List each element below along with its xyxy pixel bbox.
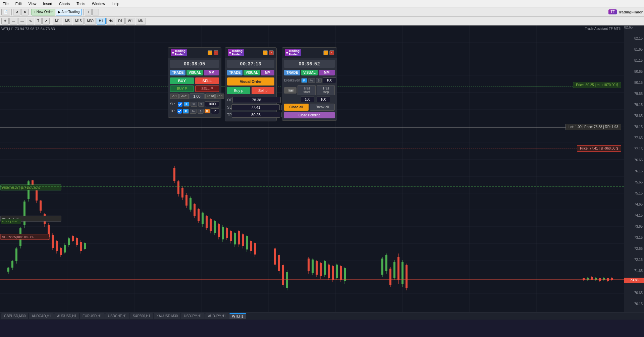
panel1-sell-btn[interactable]: SELL [195, 77, 219, 84]
tab-gbpusd-m30[interactable]: GBPUSD,M30 [1, 313, 28, 319]
panel3-trail-val[interactable] [301, 97, 314, 102]
panel3-trail-start-val[interactable] [317, 97, 330, 102]
panel1-buy-pending-btn[interactable]: BUY-P [170, 86, 194, 92]
panel1-lot-minus01[interactable]: -0.1 [170, 94, 179, 99]
zoom-in-btn[interactable]: + [85, 9, 92, 15]
panel2-sl-value[interactable] [231, 104, 280, 110]
tf-m30[interactable]: M30 [85, 18, 96, 24]
tab-sp500-h1[interactable]: S&P500,H1 [130, 313, 153, 319]
tab-wti-h1[interactable]: WTI,H1 [229, 313, 246, 319]
menu-view[interactable]: View [27, 2, 38, 6]
panel3-trail-start-btn[interactable]: Trail start [298, 85, 316, 95]
tf-h1[interactable]: H1 [97, 18, 106, 24]
panel1-close[interactable]: × [214, 50, 218, 55]
redo-btn[interactable]: ↻ [21, 9, 29, 15]
tf-m5[interactable]: M5 [63, 18, 72, 24]
panel2-sell-p-btn[interactable]: Sell p [252, 87, 275, 94]
panel1-tp-r-btn[interactable]: R [205, 109, 210, 113]
text-btn[interactable]: T [35, 18, 42, 24]
panel1-lot-plus01[interactable]: +0.1 [215, 94, 225, 99]
line-btn[interactable]: — [9, 18, 17, 24]
panel3-be-mode-p[interactable]: P [301, 78, 307, 83]
tf-d1[interactable]: D1 [116, 18, 125, 24]
panel2-header[interactable]: ■ TradingFinder − × [225, 48, 276, 58]
panel3-tab-mm[interactable]: MM [319, 70, 335, 75]
panel3-trail-step-btn[interactable]: Trail step [317, 85, 335, 95]
tab-audcad-h1[interactable]: AUDCAD,H1 [29, 313, 54, 319]
panel3-minimize[interactable]: − [323, 50, 328, 55]
panel1-sl-mode-dollar[interactable]: $ [198, 102, 204, 107]
panel2-buy-p-btn[interactable]: Buy p [227, 87, 250, 94]
trade-panel-3: ■ TradingFinder − × 00:36:52 TRADE VISUA… [282, 47, 337, 121]
tf-mn[interactable]: MN [136, 18, 146, 24]
tab-audusd-h1[interactable]: AUDUSD,H1 [54, 313, 79, 319]
panel3-trail-btn[interactable]: Trail [284, 87, 297, 94]
panel1-tab-mm[interactable]: MM [204, 70, 219, 75]
tab-eurusd-h1[interactable]: EURUSD,H1 [80, 313, 105, 319]
panel3-be-value[interactable] [323, 77, 336, 83]
svg-rect-100 [242, 234, 244, 246]
hline-btn[interactable]: ― [18, 18, 26, 24]
panel1-tab-trade[interactable]: TRADE [170, 70, 185, 75]
panel1-tp-checkbox[interactable] [177, 109, 182, 114]
panel3-close[interactable]: × [329, 50, 334, 55]
panel2-tab-trade[interactable]: TRADE [227, 70, 243, 75]
tab-xauusd-m30[interactable]: XAUUSD,M30 [154, 313, 180, 319]
panel1-sl-value[interactable] [205, 101, 219, 107]
auto-trading-button[interactable]: ▶ AutoTrading [56, 9, 82, 15]
new-chart-btn[interactable]: 📄 [1, 9, 10, 15]
tf-logo-1: ■ TradingFinder [171, 49, 187, 56]
tf-h4[interactable]: H4 [106, 18, 115, 24]
panel2-minimize[interactable]: − [263, 50, 268, 55]
panel2-tab-mm[interactable]: MM [261, 70, 274, 75]
tf-w1[interactable]: W1 [125, 18, 135, 24]
panel1-header[interactable]: ■ TradingFinder − × [168, 48, 221, 58]
tab-usdjpy-h1[interactable]: USDJPY,H1 [181, 313, 205, 319]
svg-rect-68 [177, 181, 179, 194]
panel1-buy-btn[interactable]: BUY [170, 77, 194, 84]
menu-insert[interactable]: Insert [42, 2, 54, 6]
panel1-tp-mode-dollar[interactable]: $ [198, 109, 203, 114]
panel2-tp-value[interactable] [232, 112, 280, 118]
panel1-tp-mode-pct[interactable]: % [190, 109, 197, 114]
panel3-close-all-btn[interactable]: Close all [284, 104, 309, 111]
menu-help[interactable]: Help [110, 2, 121, 6]
tab-audjpy-h1[interactable]: AUDJPY,H1 [205, 313, 229, 319]
panel1-sl-mode-pct[interactable]: % [191, 102, 197, 107]
new-order-button[interactable]: + New Order [32, 9, 55, 15]
menu-tools[interactable]: Tools [75, 2, 87, 6]
panel3-close-pending-btn[interactable]: Close Pending [284, 112, 335, 118]
panel1-minimize[interactable]: − [208, 50, 212, 55]
panel1-tp-mode-p[interactable]: P [183, 109, 189, 114]
menu-charts[interactable]: Charts [58, 2, 71, 6]
zoom-out-btn[interactable]: − [92, 9, 99, 15]
tab-usdchf-h1[interactable]: USDCHF,H1 [105, 313, 129, 319]
panel3-break-all-btn[interactable]: Break all [310, 104, 335, 111]
menu-window[interactable]: Window [91, 2, 106, 6]
menu-edit[interactable]: Edit [14, 2, 23, 6]
panel1-lot-minus001[interactable]: -0.01 [179, 94, 189, 99]
panel3-header[interactable]: ■ TradingFinder − × [282, 48, 337, 58]
pencil-btn[interactable]: ✎ [27, 18, 34, 24]
tf-m1[interactable]: M1 [53, 18, 62, 24]
arrow-btn[interactable]: ↗ [42, 18, 50, 24]
tf-m15[interactable]: M15 [73, 18, 84, 24]
panel2-visual-order-btn[interactable]: Visual Order [227, 77, 274, 86]
panel3-tab-trade[interactable]: TRADE [284, 70, 300, 75]
panel3-tab-visual[interactable]: VISUAL [301, 70, 318, 75]
panel1-lot-input[interactable] [190, 93, 205, 99]
menu-file[interactable]: File [1, 2, 10, 6]
panel3-be-mode-dollar[interactable]: $ [316, 78, 322, 83]
panel1-lot-plus001[interactable]: +0.01 [205, 94, 215, 99]
undo-btn[interactable]: ↺ [13, 9, 20, 15]
panel2-close[interactable]: × [269, 50, 274, 55]
panel1-tab-visual[interactable]: VISUAL [186, 70, 203, 75]
panel1-sell-pending-btn[interactable]: SELL-P [195, 86, 219, 92]
panel1-tp-value[interactable] [211, 108, 219, 114]
panel1-sl-checkbox[interactable] [178, 102, 182, 107]
panel3-be-mode-pct[interactable]: % [308, 78, 315, 83]
crosshair-btn[interactable]: ✚ [1, 18, 9, 24]
panel2-op-value[interactable] [232, 97, 281, 103]
panel1-sl-mode-p[interactable]: P [183, 102, 190, 107]
panel2-tab-visual[interactable]: VISUAL [244, 70, 260, 75]
